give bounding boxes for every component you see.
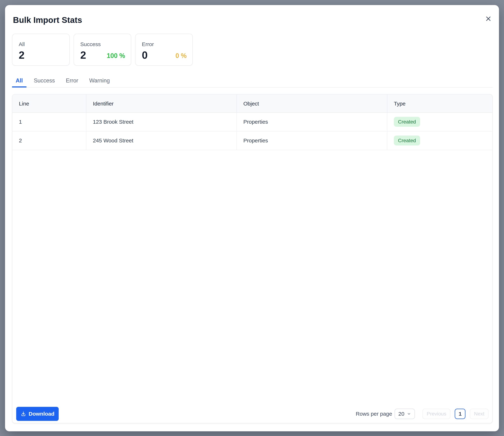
modal-backdrop: { "modal": { "title": "Bulk Import Stats… [0, 0, 504, 436]
close-icon [486, 16, 491, 21]
stat-value: 2 [19, 50, 25, 60]
stat-card-all: All 2 [12, 34, 70, 66]
tab-success[interactable]: Success [30, 77, 58, 87]
next-page-button[interactable]: Next [470, 409, 488, 419]
column-header-line: Line [12, 94, 86, 112]
pagination-controls: Rows per page 20 Previous 1 Next [356, 409, 488, 419]
bulk-import-stats-dialog: Bulk Import Stats All 2 Success 2 100 % … [5, 5, 499, 431]
stat-label: All [19, 41, 63, 47]
table-empty-area [12, 150, 492, 407]
close-button[interactable] [484, 14, 493, 23]
cell-identifier: 123 Brook Street [86, 113, 236, 131]
cell-identifier: 245 Wood Street [86, 131, 236, 150]
status-badge-created: Created [394, 117, 420, 127]
cell-line: 1 [12, 113, 86, 131]
download-label: Download [29, 411, 54, 417]
chevron-down-icon [407, 412, 411, 416]
cell-object: Properties [236, 131, 387, 150]
download-button[interactable]: Download [16, 407, 59, 421]
stat-percent: 0 % [176, 53, 187, 59]
column-header-type: Type [387, 94, 492, 112]
download-icon [20, 411, 26, 417]
rows-per-page-label: Rows per page [356, 411, 392, 417]
cell-type: Created [387, 131, 492, 150]
cell-object: Properties [236, 113, 387, 131]
table-header-row: Line Identifier Object Type [12, 94, 492, 113]
stat-label: Success [80, 41, 125, 47]
stats-cards: All 2 Success 2 100 % Error 0 0 % [12, 34, 493, 66]
tab-all[interactable]: All [12, 77, 27, 88]
stat-label: Error [142, 41, 187, 47]
cell-type: Created [387, 113, 492, 131]
page-size-select[interactable]: 20 [395, 409, 415, 419]
status-badge-created: Created [394, 136, 420, 145]
stat-card-success: Success 2 100 % [74, 34, 131, 66]
table-footer: Download Rows per page 20 Previous 1 Nex… [12, 407, 492, 423]
column-header-identifier: Identifier [86, 94, 236, 112]
import-results-table: Line Identifier Object Type 1 123 Brook … [12, 94, 493, 423]
stat-value: 2 [80, 50, 86, 60]
dialog-header: Bulk Import Stats [13, 16, 493, 24]
page-size-value: 20 [398, 411, 404, 417]
stat-percent: 100 % [107, 53, 125, 59]
previous-page-button[interactable]: Previous [423, 409, 450, 419]
stat-card-error: Error 0 0 % [135, 34, 193, 66]
table-row: 2 245 Wood Street Properties Created [12, 131, 492, 150]
filter-tabs: All Success Error Warning [12, 77, 493, 88]
table-row: 1 123 Brook Street Properties Created [12, 113, 492, 131]
cell-line: 2 [12, 131, 86, 150]
tab-error[interactable]: Error [62, 77, 82, 87]
tab-warning[interactable]: Warning [86, 77, 113, 87]
column-header-object: Object [236, 94, 387, 112]
stat-value: 0 [142, 50, 148, 60]
dialog-title: Bulk Import Stats [13, 16, 82, 24]
current-page-button[interactable]: 1 [455, 409, 466, 419]
